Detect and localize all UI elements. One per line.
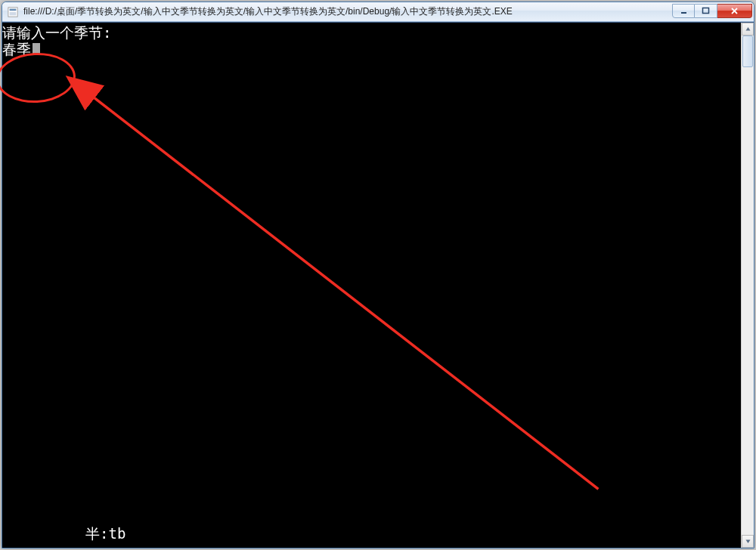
maximize-button[interactable] bbox=[695, 4, 717, 18]
titlebar[interactable]: file:///D:/桌面/季节转换为英文/输入中文季节转换为英文/输入中文季节… bbox=[2, 2, 754, 22]
window-title: file:///D:/桌面/季节转换为英文/输入中文季节转换为英文/输入中文季节… bbox=[23, 5, 672, 18]
prompt-text: 请输入一个季节: bbox=[2, 24, 111, 41]
scroll-down-button[interactable] bbox=[742, 535, 754, 548]
scroll-thumb[interactable] bbox=[742, 36, 753, 67]
svg-marker-7 bbox=[745, 27, 750, 31]
console-window: file:///D:/桌面/季节转换为英文/输入中文季节转换为英文/输入中文季节… bbox=[2, 2, 754, 548]
svg-rect-2 bbox=[10, 12, 17, 15]
scroll-up-button[interactable] bbox=[742, 23, 754, 36]
svg-marker-8 bbox=[745, 540, 750, 544]
close-button[interactable] bbox=[717, 4, 752, 18]
app-icon bbox=[7, 6, 19, 18]
client-area: 请输入一个季节: 春季 半:tb bbox=[2, 22, 754, 548]
minimize-button[interactable] bbox=[672, 4, 695, 18]
ime-status: 半:tb bbox=[85, 525, 125, 542]
scroll-track[interactable] bbox=[742, 36, 754, 535]
console-output[interactable]: 请输入一个季节: 春季 半:tb bbox=[2, 23, 741, 548]
console-input-line: 春季 bbox=[2, 41, 741, 57]
window-controls bbox=[672, 4, 752, 18]
vertical-scrollbar[interactable] bbox=[741, 23, 754, 548]
console-prompt-line: 请输入一个季节: bbox=[2, 24, 741, 41]
svg-rect-4 bbox=[703, 8, 709, 14]
svg-rect-1 bbox=[10, 8, 17, 11]
